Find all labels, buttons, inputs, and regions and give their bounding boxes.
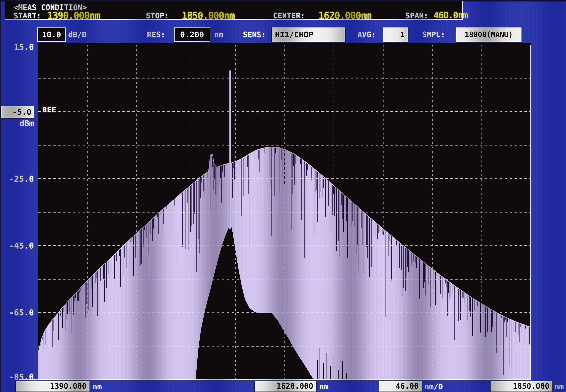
avg-field: 1 xyxy=(383,28,408,42)
y-label-m65: -65.0 xyxy=(3,308,34,317)
res-label: RES: xyxy=(147,30,165,39)
y-label-15: 15.0 xyxy=(3,42,34,52)
x-center-field: 1620.000 xyxy=(255,381,316,392)
smpl-field: 18000(MANU) xyxy=(456,28,522,42)
trace-notch-bar xyxy=(317,360,318,380)
y-label-m45: -45.0 xyxy=(3,241,34,251)
ref-marker-label: REF xyxy=(42,105,56,114)
trace-notch-bar xyxy=(323,363,324,380)
sens-label: SENS: xyxy=(243,30,266,39)
x-start-field: 1390.000 xyxy=(16,381,90,392)
y-label-m25: -25.0 xyxy=(3,174,34,184)
pump-spike xyxy=(230,70,231,229)
plot-right-border xyxy=(530,45,531,380)
x-center-unit: nm xyxy=(319,382,328,391)
trace-notch-bar xyxy=(320,348,320,380)
trace-notch-bar xyxy=(327,353,327,380)
x-stop-field: 1850.000 xyxy=(491,381,552,392)
level-scale-unit: dB/D xyxy=(68,30,86,39)
plot-bottom-border xyxy=(19,379,531,380)
x-stop-unit: nm xyxy=(555,382,564,391)
trace-notch-bar xyxy=(342,361,343,380)
x-scale-field: 46.00 xyxy=(379,381,422,392)
sens-field: HI1/CHOP xyxy=(272,28,345,42)
trace-notch-bar xyxy=(330,366,331,380)
x-start-unit: nm xyxy=(93,382,102,391)
photo-edge-left xyxy=(0,0,1,392)
ref-level-field: -5.0 xyxy=(1,106,34,118)
x-scale-unit: nm/D xyxy=(425,382,443,391)
res-field: 0.200 xyxy=(174,28,210,42)
res-unit: nm xyxy=(214,30,223,39)
meas-bar-right-edge xyxy=(462,1,463,20)
y-unit-label: dBm xyxy=(3,118,34,128)
avg-label: AVG: xyxy=(357,30,376,39)
meas-bar-underline xyxy=(5,19,463,20)
meas-condition-bar: <MEAS CONDITION> START: 1390.000nm STOP:… xyxy=(5,1,462,19)
trace-notch-bar xyxy=(346,373,347,380)
trace-notch-bar xyxy=(338,370,339,380)
spectrum-trace xyxy=(38,45,531,380)
pump-spike-right-fringe xyxy=(231,70,231,229)
pump-spike-left-fringe xyxy=(229,70,230,229)
level-scale-field: 10.0 xyxy=(37,28,66,42)
smpl-label: SMPL: xyxy=(422,30,445,39)
